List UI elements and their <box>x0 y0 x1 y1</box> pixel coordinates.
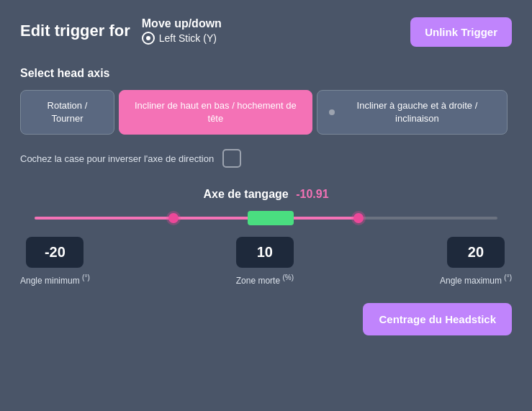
values-row: -20 Angle minimum (°) 10 Zone morte (%) … <box>20 237 512 286</box>
invert-axis-checkbox[interactable] <box>222 149 241 168</box>
deadzone-block: 10 Zone morte (%) <box>236 237 294 286</box>
slider-track-container <box>35 211 497 225</box>
trigger-subtitle: Left Stick (Y) <box>142 32 222 45</box>
centrage-headstick-button[interactable]: Centrage du Headstick <box>363 303 512 335</box>
trigger-subtitle-text: Left Stick (Y) <box>159 32 217 44</box>
axis-buttons-group: Rotation / Tourner Incliner de haut en b… <box>20 90 512 135</box>
min-angle-value: -20 <box>26 237 84 268</box>
axis-btn-incliner-haut-bas[interactable]: Incliner de haut en bas / hochement de t… <box>119 90 312 135</box>
trigger-title: Move up/down <box>142 17 222 30</box>
max-angle-block: 20 Angle maximum (°) <box>440 237 512 286</box>
axis-btn-incliner-gauche-droite[interactable]: Incliner à gauche et à droite / inclinai… <box>317 90 508 135</box>
max-angle-label: Angle maximum (°) <box>440 274 512 286</box>
slider-thumb-right[interactable] <box>353 213 364 223</box>
header: Edit trigger for Move up/down Left Stick… <box>20 17 512 47</box>
dot-icon <box>329 109 335 115</box>
slider-deadzone-indicator <box>248 211 294 225</box>
slider-thumb-left[interactable] <box>168 213 179 223</box>
slider-value: -10.91 <box>296 188 328 200</box>
unlink-trigger-button[interactable]: Unlink Trigger <box>410 17 512 47</box>
slider-fill-left <box>35 217 248 220</box>
bottom-section: Centrage du Headstick <box>20 303 512 335</box>
min-angle-label: Angle minimum (°) <box>20 274 90 286</box>
slider-section: Axe de tangage -10.91 -20 Angle minimum … <box>20 188 512 286</box>
header-left: Edit trigger for Move up/down Left Stick… <box>20 17 222 45</box>
axis-btn-rotation[interactable]: Rotation / Tourner <box>20 90 114 135</box>
deadzone-label: Zone morte (%) <box>236 274 294 286</box>
axis-section-title: Select head axis <box>20 67 512 80</box>
stick-icon <box>142 32 155 45</box>
slider-track <box>35 217 497 220</box>
min-angle-block: -20 Angle minimum (°) <box>20 237 90 286</box>
slider-title: Axe de tangage -10.91 <box>20 188 512 201</box>
checkbox-label: Cochez la case pour inverser l'axe de di… <box>20 153 214 164</box>
trigger-info: Move up/down Left Stick (Y) <box>142 17 222 45</box>
max-angle-value: 20 <box>447 237 505 268</box>
edit-trigger-label: Edit trigger for <box>20 22 130 40</box>
axis-section: Select head axis Rotation / Tourner Incl… <box>20 67 512 135</box>
page-container: Edit trigger for Move up/down Left Stick… <box>0 0 532 411</box>
checkbox-row: Cochez la case pour inverser l'axe de di… <box>20 149 512 168</box>
deadzone-value: 10 <box>236 237 294 268</box>
